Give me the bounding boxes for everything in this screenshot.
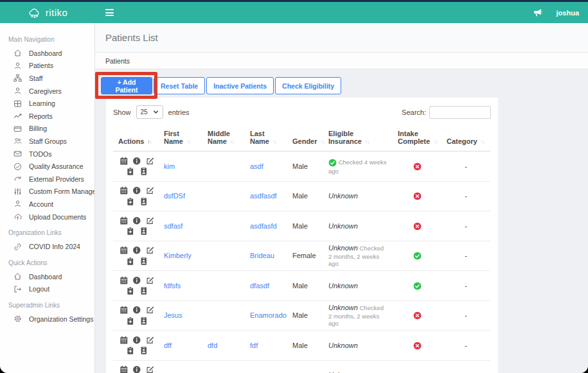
last-name-link[interactable]: dfasdf — [250, 282, 269, 290]
edit-icon[interactable] — [146, 306, 155, 315]
first-name-link[interactable]: Jesus — [164, 311, 183, 319]
clipboard-plus-icon[interactable] — [126, 286, 135, 295]
last-name-link[interactable]: asdfasdf — [250, 192, 277, 200]
sidebar-item-covid-info-2024[interactable]: COVID Info 2024 — [0, 240, 94, 253]
intake-cell — [393, 152, 441, 182]
clipboard-plus-icon[interactable] — [126, 167, 135, 176]
calendar-icon[interactable] — [120, 246, 129, 255]
first-name-link[interactable]: fdfsfs — [164, 282, 181, 290]
last-name-link[interactable]: fdf — [250, 342, 258, 349]
edit-icon[interactable] — [146, 186, 155, 195]
info-icon[interactable] — [132, 186, 141, 195]
last-name-link[interactable]: Enamorado — [250, 311, 287, 319]
info-icon[interactable] — [132, 246, 141, 255]
info-icon[interactable] — [132, 336, 141, 345]
sidebar-item-patients[interactable]: Patients — [0, 60, 94, 73]
edit-icon[interactable] — [146, 157, 155, 166]
info-icon[interactable] — [132, 365, 141, 373]
id-badge-icon[interactable] — [139, 346, 148, 355]
clipboard-plus-icon[interactable] — [126, 197, 135, 206]
last-name-link[interactable]: asdfasfd — [250, 222, 277, 230]
header-right: joshua — [533, 8, 588, 17]
brand-logo[interactable]: ritiko — [0, 7, 95, 19]
column-header-intake-complete[interactable]: Intake Complete↑↓ — [393, 127, 441, 152]
sidebar-item-external-providers[interactable]: External Providers — [0, 173, 94, 186]
inactive-patients-button[interactable]: Inactive Patients — [206, 77, 274, 94]
sidebar-section: Organization Links COVID Info 2024 — [0, 223, 94, 253]
insurance-status: Unknown — [328, 192, 358, 200]
calendar-icon[interactable] — [120, 365, 129, 373]
first-name-link[interactable]: kim — [164, 162, 175, 170]
last-name-link[interactable]: asdf — [250, 162, 263, 170]
clipboard-plus-icon[interactable] — [126, 257, 135, 266]
sidebar-item-reports[interactable]: Reports — [0, 110, 94, 123]
page-size-select[interactable]: 25 — [136, 105, 163, 119]
info-icon[interactable] — [132, 276, 141, 285]
sidebar-item-staff[interactable]: Staff — [0, 72, 94, 85]
calendar-icon[interactable] — [120, 276, 129, 285]
reset-table-button[interactable]: Reset Table — [154, 77, 205, 94]
clipboard-plus-icon[interactable] — [126, 317, 135, 325]
info-icon[interactable] — [132, 157, 141, 166]
sidebar-item-billing[interactable]: Billing — [0, 123, 94, 135]
breadcrumb-item[interactable]: Patients — [105, 57, 130, 65]
sidebar-item-dashboard[interactable]: Dashboard — [0, 47, 94, 60]
search-input[interactable] — [429, 106, 491, 119]
edit-icon[interactable] — [146, 336, 155, 345]
id-badge-icon[interactable] — [139, 286, 148, 295]
row-actions — [118, 336, 156, 355]
calendar-icon[interactable] — [120, 216, 129, 225]
calendar-icon[interactable] — [120, 157, 129, 166]
id-badge-icon[interactable] — [139, 317, 148, 325]
edit-icon[interactable] — [146, 246, 155, 255]
column-header-middle-name[interactable]: Middle Name↑↓ — [202, 127, 245, 152]
insurance-status: Unknown — [328, 222, 358, 230]
column-header-last-name[interactable]: Last Name↑↓ — [245, 127, 287, 152]
column-header-first-name[interactable]: First Name↑↓ — [159, 127, 202, 152]
clipboard-plus-icon[interactable] — [126, 346, 135, 355]
check-eligibility-button[interactable]: Check Eligibility — [275, 77, 341, 94]
calendar-icon[interactable] — [120, 306, 129, 315]
sidebar-item-organization-settings[interactable]: Organization Settings — [0, 313, 94, 325]
sidebar-item-quality-assurance[interactable]: Quality Assurance — [0, 160, 94, 173]
sidebar-item-account[interactable]: Account — [0, 198, 94, 211]
id-badge-icon[interactable] — [139, 197, 148, 206]
column-header-gender[interactable]: Gender↑↓ — [287, 127, 323, 152]
category-cell: - — [441, 241, 490, 271]
sidebar-item-custom-form-manager[interactable]: Custom Form Manager — [0, 186, 94, 198]
edit-icon[interactable] — [146, 216, 155, 225]
calendar-icon[interactable] — [120, 336, 129, 345]
column-label: Gender — [292, 137, 317, 145]
id-badge-icon[interactable] — [139, 257, 148, 266]
edit-icon[interactable] — [146, 276, 155, 285]
sidebar-toggle-button[interactable] — [103, 6, 116, 19]
first-name-link[interactable]: Kimberly — [164, 252, 192, 259]
column-header-eligible-insurance[interactable]: Eligible Insurance↑↓ — [323, 127, 393, 152]
sidebar-item-staff-groups[interactable]: Staff Groups — [0, 135, 94, 148]
column-header-actions[interactable]: Actions↑↓ — [113, 127, 159, 152]
toolbar: + Add Patient Reset Table Inactive Patie… — [101, 77, 341, 94]
column-header-category[interactable]: Category↑↓ — [441, 127, 490, 152]
sidebar-item-caregivers[interactable]: Caregivers — [0, 85, 94, 98]
sidebar-item-learning[interactable]: Learning — [0, 97, 94, 110]
user-menu[interactable]: joshua — [557, 9, 579, 17]
edit-icon[interactable] — [146, 365, 155, 373]
column-label: Category — [447, 137, 477, 145]
middle-name-link[interactable]: dfd — [208, 342, 217, 349]
id-badge-icon[interactable] — [139, 227, 148, 236]
info-icon[interactable] — [132, 216, 141, 225]
sidebar-item-logout[interactable]: Logout — [0, 283, 94, 296]
bullhorn-icon[interactable] — [533, 8, 542, 17]
add-patient-button[interactable]: + Add Patient — [101, 77, 152, 94]
first-name-link[interactable]: sdfasf — [164, 222, 183, 230]
clipboard-plus-icon[interactable] — [126, 227, 135, 236]
sidebar-item-upload-documents[interactable]: Upload Documents — [0, 211, 94, 223]
last-name-link[interactable]: Brideau — [250, 252, 274, 259]
info-icon[interactable] — [132, 306, 141, 315]
sidebar-item-dashboard[interactable]: Dashboard — [0, 270, 94, 283]
first-name-link[interactable]: dsfDSf — [164, 192, 185, 200]
sidebar-item-todos[interactable]: TODOs — [0, 148, 94, 160]
calendar-icon[interactable] — [120, 186, 129, 195]
id-badge-icon[interactable] — [139, 167, 148, 176]
first-name-link[interactable]: dff — [164, 342, 172, 349]
